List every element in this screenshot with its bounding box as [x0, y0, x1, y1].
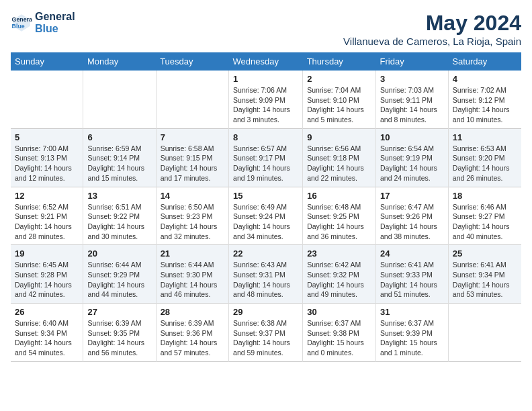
calendar-cell: 14Sunrise: 6:50 AMSunset: 9:23 PMDayligh…	[156, 187, 228, 245]
calendar-cell: 9Sunrise: 6:56 AMSunset: 9:18 PMDaylight…	[303, 128, 376, 187]
day-number: 5	[15, 132, 79, 142]
day-number: 16	[307, 191, 371, 201]
day-info: Sunrise: 6:46 AMSunset: 9:27 PMDaylight:…	[453, 202, 517, 242]
calendar-cell: 3Sunrise: 7:03 AMSunset: 9:11 PMDaylight…	[376, 71, 449, 128]
day-number: 23	[307, 248, 371, 259]
day-info: Sunrise: 6:52 AMSunset: 9:21 PMDaylight:…	[15, 202, 79, 242]
calendar-cell: 4Sunrise: 7:02 AMSunset: 9:12 PMDaylight…	[448, 71, 521, 128]
calendar-header-row: SundayMondayTuesdayWednesdayThursdayFrid…	[11, 52, 521, 71]
calendar-cell: 23Sunrise: 6:42 AMSunset: 9:32 PMDayligh…	[303, 245, 376, 304]
day-info: Sunrise: 6:37 AMSunset: 9:39 PMDaylight:…	[380, 318, 444, 358]
day-number: 18	[453, 191, 517, 201]
day-number: 9	[307, 132, 371, 142]
day-number: 12	[15, 191, 79, 201]
logo-text-general: General	[35, 11, 75, 23]
calendar-cell: 5Sunrise: 7:00 AMSunset: 9:13 PMDaylight…	[11, 128, 83, 187]
calendar-cell: 18Sunrise: 6:46 AMSunset: 9:27 PMDayligh…	[448, 187, 521, 245]
calendar-cell: 19Sunrise: 6:45 AMSunset: 9:28 PMDayligh…	[11, 245, 83, 304]
day-number: 27	[87, 307, 151, 317]
day-info: Sunrise: 6:42 AMSunset: 9:32 PMDaylight:…	[307, 260, 371, 300]
location-subtitle: Villanueva de Cameros, La Rioja, Spain	[343, 36, 521, 47]
day-info: Sunrise: 6:56 AMSunset: 9:18 PMDaylight:…	[307, 144, 371, 183]
day-number: 6	[87, 132, 151, 142]
day-info: Sunrise: 6:54 AMSunset: 9:19 PMDaylight:…	[380, 144, 444, 183]
calendar-week-row: 5Sunrise: 7:00 AMSunset: 9:13 PMDaylight…	[11, 128, 521, 187]
col-header-monday: Monday	[83, 52, 156, 71]
calendar-week-row: 26Sunrise: 6:40 AMSunset: 9:34 PMDayligh…	[11, 304, 521, 362]
day-number: 24	[380, 248, 444, 259]
col-header-sunday: Sunday	[11, 52, 83, 71]
day-number: 20	[87, 248, 151, 259]
page-header: General Blue General Blue May 2024 Villa…	[11, 11, 521, 47]
day-info: Sunrise: 6:58 AMSunset: 9:15 PMDaylight:…	[161, 144, 224, 183]
calendar-cell: 30Sunrise: 6:37 AMSunset: 9:38 PMDayligh…	[303, 304, 376, 362]
day-number: 7	[161, 132, 224, 142]
calendar-cell: 28Sunrise: 6:39 AMSunset: 9:36 PMDayligh…	[156, 304, 228, 362]
day-number: 8	[233, 132, 298, 142]
day-info: Sunrise: 6:53 AMSunset: 9:20 PMDaylight:…	[453, 144, 517, 183]
calendar-cell: 26Sunrise: 6:40 AMSunset: 9:34 PMDayligh…	[11, 304, 83, 362]
calendar-cell: 16Sunrise: 6:48 AMSunset: 9:25 PMDayligh…	[303, 187, 376, 245]
calendar-cell: 13Sunrise: 6:51 AMSunset: 9:22 PMDayligh…	[83, 187, 156, 245]
day-info: Sunrise: 6:38 AMSunset: 9:37 PMDaylight:…	[233, 318, 298, 358]
day-number: 17	[380, 191, 444, 201]
day-number: 29	[233, 307, 298, 317]
day-info: Sunrise: 6:37 AMSunset: 9:38 PMDaylight:…	[307, 318, 371, 358]
calendar-cell: 15Sunrise: 6:49 AMSunset: 9:24 PMDayligh…	[229, 187, 303, 245]
calendar-cell: 1Sunrise: 7:06 AMSunset: 9:09 PMDaylight…	[229, 71, 303, 128]
col-header-thursday: Thursday	[303, 52, 376, 71]
day-number: 22	[233, 248, 298, 259]
calendar-cell: 7Sunrise: 6:58 AMSunset: 9:15 PMDaylight…	[156, 128, 228, 187]
day-number: 21	[161, 248, 224, 259]
day-number: 4	[453, 74, 517, 84]
calendar-cell: 2Sunrise: 7:04 AMSunset: 9:10 PMDaylight…	[303, 71, 376, 128]
col-header-friday: Friday	[376, 52, 449, 71]
day-number: 31	[380, 307, 444, 317]
col-header-tuesday: Tuesday	[156, 52, 228, 71]
calendar-cell	[83, 71, 156, 128]
day-info: Sunrise: 6:39 AMSunset: 9:35 PMDaylight:…	[87, 318, 151, 358]
svg-text:General: General	[12, 15, 32, 22]
day-info: Sunrise: 6:44 AMSunset: 9:29 PMDaylight:…	[87, 260, 151, 300]
calendar-cell: 29Sunrise: 6:38 AMSunset: 9:37 PMDayligh…	[229, 304, 303, 362]
calendar-cell: 31Sunrise: 6:37 AMSunset: 9:39 PMDayligh…	[376, 304, 449, 362]
day-info: Sunrise: 6:47 AMSunset: 9:26 PMDaylight:…	[380, 202, 444, 242]
svg-text:Blue: Blue	[12, 23, 25, 30]
calendar-cell: 12Sunrise: 6:52 AMSunset: 9:21 PMDayligh…	[11, 187, 83, 245]
calendar-cell	[156, 71, 228, 128]
day-number: 26	[15, 307, 79, 317]
day-number: 19	[15, 248, 79, 259]
day-info: Sunrise: 6:39 AMSunset: 9:36 PMDaylight:…	[161, 318, 224, 358]
day-number: 14	[161, 191, 224, 201]
calendar-cell	[11, 71, 83, 128]
logo-text-blue: Blue	[35, 23, 75, 35]
calendar-week-row: 19Sunrise: 6:45 AMSunset: 9:28 PMDayligh…	[11, 245, 521, 304]
col-header-saturday: Saturday	[448, 52, 521, 71]
calendar-cell: 8Sunrise: 6:57 AMSunset: 9:17 PMDaylight…	[229, 128, 303, 187]
calendar-cell: 22Sunrise: 6:43 AMSunset: 9:31 PMDayligh…	[229, 245, 303, 304]
calendar-cell: 10Sunrise: 6:54 AMSunset: 9:19 PMDayligh…	[376, 128, 449, 187]
day-info: Sunrise: 7:03 AMSunset: 9:11 PMDaylight:…	[380, 85, 444, 125]
calendar-week-row: 1Sunrise: 7:06 AMSunset: 9:09 PMDaylight…	[11, 71, 521, 128]
title-block: May 2024 Villanueva de Cameros, La Rioja…	[343, 11, 521, 47]
day-info: Sunrise: 6:59 AMSunset: 9:14 PMDaylight:…	[87, 144, 151, 183]
day-number: 15	[233, 191, 298, 201]
day-number: 11	[453, 132, 517, 142]
day-info: Sunrise: 7:04 AMSunset: 9:10 PMDaylight:…	[307, 85, 371, 125]
calendar-cell: 27Sunrise: 6:39 AMSunset: 9:35 PMDayligh…	[83, 304, 156, 362]
calendar-cell	[448, 304, 521, 362]
day-info: Sunrise: 6:40 AMSunset: 9:34 PMDaylight:…	[15, 318, 79, 358]
day-number: 13	[87, 191, 151, 201]
day-info: Sunrise: 7:00 AMSunset: 9:13 PMDaylight:…	[15, 144, 79, 183]
calendar-cell: 20Sunrise: 6:44 AMSunset: 9:29 PMDayligh…	[83, 245, 156, 304]
day-number: 30	[307, 307, 371, 317]
calendar-cell: 24Sunrise: 6:41 AMSunset: 9:33 PMDayligh…	[376, 245, 449, 304]
day-info: Sunrise: 7:02 AMSunset: 9:12 PMDaylight:…	[453, 85, 517, 125]
logo-icon: General Blue	[11, 12, 32, 34]
day-info: Sunrise: 6:51 AMSunset: 9:22 PMDaylight:…	[87, 202, 151, 242]
day-info: Sunrise: 6:50 AMSunset: 9:23 PMDaylight:…	[161, 202, 224, 242]
calendar-cell: 25Sunrise: 6:41 AMSunset: 9:34 PMDayligh…	[448, 245, 521, 304]
month-year-title: May 2024	[343, 11, 521, 36]
calendar-cell: 6Sunrise: 6:59 AMSunset: 9:14 PMDaylight…	[83, 128, 156, 187]
day-info: Sunrise: 6:41 AMSunset: 9:33 PMDaylight:…	[380, 260, 444, 300]
